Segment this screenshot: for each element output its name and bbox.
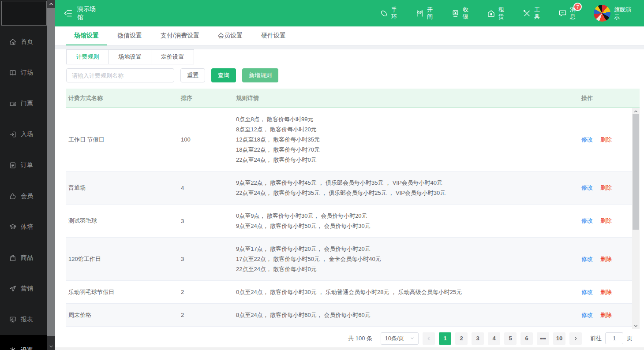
edit-link[interactable]: 修改 [581, 184, 593, 192]
tab-4[interactable]: 硬件设置 [252, 26, 295, 45]
tab-0[interactable]: 场馆设置 [65, 26, 108, 45]
user-menu[interactable]: 旗舰演示 [594, 5, 634, 22]
sidebar-item-settings[interactable]: 设置 [0, 335, 47, 350]
delete-link[interactable]: 删除 [600, 255, 612, 263]
content-panel: 计费规则场地设置定价设置 重置 查询 新增规则 计费方式名称 排序 规则详情 操… [55, 49, 644, 347]
collapse-sidebar-icon[interactable] [63, 8, 73, 19]
sidebar-item-member[interactable]: 会员 [0, 181, 47, 212]
edit-link[interactable]: 修改 [581, 136, 593, 144]
sidebar-item-sports[interactable]: 体培 [0, 212, 47, 242]
reset-button[interactable]: 重置 [180, 68, 205, 82]
column-header-name: 计费方式名称 [66, 94, 181, 102]
scroll-up-icon[interactable] [47, 0, 55, 8]
scroll-down-icon[interactable] [632, 323, 640, 329]
sidebar-item-goods[interactable]: 商品 [0, 242, 47, 273]
page-button[interactable]: 5 [504, 332, 517, 345]
edit-link[interactable]: 修改 [581, 311, 593, 319]
sidebar-item-order[interactable]: 订单 [0, 150, 47, 181]
edit-link[interactable]: 修改 [581, 288, 593, 296]
scroll-down-icon[interactable] [47, 343, 55, 350]
rule-name-cell: 工作日 节假日 [66, 136, 181, 144]
ticket-icon [9, 100, 17, 108]
delete-link[interactable]: 删除 [600, 136, 612, 144]
rule-line: 17点至22点， 散客价每小时50元 ， 金卡会员每小时40元 [236, 254, 569, 264]
horizontal-scrollbar-track[interactable] [55, 347, 644, 350]
sidebar-item-report[interactable]: 报表 [0, 304, 47, 335]
sidebar-scrollbar[interactable] [47, 0, 55, 350]
rule-sort-cell: 3 [181, 256, 236, 262]
toolbar-item-tools[interactable]: 工具 [522, 6, 540, 20]
subtab-1[interactable]: 场地设置 [109, 50, 151, 64]
rule-detail-cell: 0点至8点， 散客价每小时99元8点至12点， 散客价每小时20元12点至18点… [236, 114, 569, 165]
sidebar-scrollbar-thumb[interactable] [47, 8, 55, 336]
toolbar-item-rental[interactable]: 租赁 [487, 6, 505, 20]
tab-2[interactable]: 支付/消费设置 [151, 26, 209, 45]
rule-name-cell: 乐动羽毛球节假日 [66, 288, 181, 296]
prev-page-button[interactable] [423, 332, 435, 345]
member-icon [9, 192, 17, 200]
next-page-button[interactable] [569, 332, 582, 345]
sidebar-item-entry[interactable]: 入场 [0, 119, 47, 150]
rule-sort-cell: 3 [181, 218, 236, 224]
tab-1[interactable]: 微信设置 [108, 26, 151, 45]
tab-3[interactable]: 会员设置 [209, 26, 252, 45]
rule-line: 8点至24点， 散客价每小时60元， 会员价每小时60元 [236, 310, 569, 320]
search-input[interactable] [66, 68, 174, 82]
sidebar-item-marketing[interactable]: 营销 [0, 273, 47, 304]
rule-line: 9点至22点， 散客价每小时45元 ， 俱乐部会员每小时35元 ， VIP会员每… [236, 178, 569, 188]
rule-actions-cell: 修改删除 [569, 311, 632, 319]
scroll-up-icon[interactable] [632, 108, 640, 114]
rule-detail-cell: 0点至24点， 散客价每小时30元 ， 乐动普通会员每小时28元 ， 乐动高级会… [236, 287, 569, 297]
sidebar-item-label: 订场 [21, 69, 33, 77]
page-button[interactable]: 1 [439, 332, 451, 345]
booking-icon [9, 69, 17, 77]
total-count-label: 共 100 条 [348, 335, 372, 343]
toolbar-item-gate[interactable]: 开闸 [415, 6, 433, 20]
page-button[interactable]: 3 [472, 332, 484, 345]
sidebar-item-home[interactable]: 首页 [0, 26, 47, 57]
delete-link[interactable]: 删除 [600, 184, 612, 192]
page-button[interactable]: 4 [488, 332, 500, 345]
rule-line: 9点至17点， 散客价每小时20元， 会员价每小时20元 [236, 244, 569, 254]
rule-actions-cell: 修改删除 [569, 217, 632, 225]
table-scrollbar[interactable] [632, 108, 640, 329]
rule-detail-cell: 8点至24点， 散客价每小时60元， 会员价每小时60元 [236, 310, 569, 320]
edit-link[interactable]: 修改 [581, 217, 593, 225]
sidebar-item-label: 会员 [21, 192, 33, 200]
toolbar-item-label: 收银 [463, 6, 469, 20]
sidebar-item-label: 设置 [21, 346, 33, 350]
delete-link[interactable]: 删除 [600, 311, 612, 319]
entry-icon [9, 130, 17, 138]
toolbar-item-label: 租赁 [498, 6, 505, 20]
subtab-2[interactable]: 定价设置 [151, 50, 194, 64]
column-header-actions: 操作 [569, 94, 632, 102]
delete-link[interactable]: 删除 [600, 217, 612, 225]
goto-page-input[interactable] [605, 332, 623, 344]
add-rule-button[interactable]: 新增规则 [242, 68, 278, 82]
page-button[interactable]: 2 [455, 332, 468, 345]
page-size-select[interactable]: 10条/页 [381, 332, 419, 345]
edit-link[interactable]: 修改 [581, 255, 593, 263]
rule-actions-cell: 修改删除 [569, 136, 632, 144]
sidebar-item-label: 门票 [21, 100, 33, 108]
toolbar-item-cashier[interactable]: 收银 [451, 6, 469, 20]
top-header: 演示场馆 手环开闸收银租赁工具消息7旗舰演示 [55, 0, 644, 26]
sidebar-item-label: 商品 [21, 254, 33, 262]
sidebar-item-label: 首页 [21, 38, 33, 46]
page-button[interactable]: 10 [553, 332, 565, 345]
venue-title: 演示场馆 [77, 5, 98, 22]
rule-line: 0点至8点， 散客价每小时99元 [236, 114, 569, 124]
rule-detail-cell: 9点至17点， 散客价每小时20元， 会员价每小时20元17点至22点， 散客价… [236, 244, 569, 274]
query-button[interactable]: 查询 [211, 68, 236, 82]
subtab-0[interactable]: 计费规则 [67, 50, 109, 64]
toolbar-item-message[interactable]: 消息7 [558, 6, 576, 20]
sidebar-item-ticket[interactable]: 门票 [0, 88, 47, 119]
rule-line: 0点至24点， 散客价每小时30元 ， 乐动普通会员每小时28元 ， 乐动高级会… [236, 287, 569, 297]
page-button[interactable]: 6 [520, 332, 533, 345]
toolbar-item-bracelet[interactable]: 手环 [379, 6, 397, 20]
more-pages-button[interactable]: ••• [537, 332, 549, 345]
sidebar-item-booking[interactable]: 订场 [0, 57, 47, 88]
table-scrollbar-thumb[interactable] [633, 114, 639, 230]
delete-link[interactable]: 删除 [600, 288, 612, 296]
goods-icon [9, 254, 17, 262]
